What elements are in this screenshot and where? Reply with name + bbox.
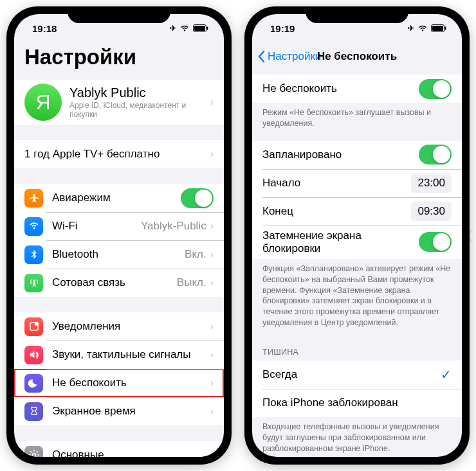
moon-icon	[24, 374, 43, 393]
nav-title: Не беспокоить	[317, 50, 397, 63]
svg-rect-1	[194, 26, 205, 31]
scheduled-label: Запланировано	[262, 148, 419, 161]
account-group: Я Yablyk Public Apple ID, iCloud, медиак…	[14, 80, 224, 125]
avatar: Я	[24, 84, 62, 121]
wifi-icon	[179, 24, 190, 32]
to-row[interactable]: Конец 09:30	[252, 197, 462, 226]
speaker-icon	[24, 346, 43, 364]
to-value[interactable]: 09:30	[411, 202, 452, 221]
svg-rect-12	[432, 26, 443, 31]
silence-footer: Входящие телефонные вызовы и уведомления…	[252, 417, 462, 457]
bluetooth-icon	[24, 245, 43, 264]
settings-content[interactable]: Настройки Я Yablyk Public Apple ID, iClo…	[14, 42, 224, 457]
status-icons: ✈︎	[408, 24, 446, 33]
dnd-toggle[interactable]	[419, 79, 452, 99]
apple-id-row[interactable]: Я Yablyk Public Apple ID, iCloud, медиак…	[14, 80, 224, 125]
appletv-promo-row[interactable]: 1 год Apple TV+ бесплатно ›	[14, 140, 224, 168]
airplane-icon: ✈︎	[408, 24, 414, 33]
chevron-right-icon: ›	[210, 220, 214, 232]
always-row[interactable]: Всегда ✓	[252, 360, 462, 389]
battery-icon	[193, 24, 208, 32]
chevron-right-icon: ›	[210, 277, 214, 289]
general-row[interactable]: Основные ›	[14, 441, 224, 457]
phone-right-frame: ЯБЛЫК 19:19 ✈︎ Настройки Не беспокоить Н…	[244, 6, 470, 465]
chevron-right-icon: ›	[210, 148, 214, 160]
dim-label: Затемнение экрана блокировки	[262, 229, 419, 255]
svg-rect-2	[207, 27, 208, 30]
from-value[interactable]: 23:00	[411, 173, 452, 193]
wifi-row[interactable]: Wi-Fi Yablyk-Public ›	[14, 212, 224, 240]
screentime-row[interactable]: Экранное время ›	[14, 397, 224, 425]
notifications-label: Уведомления	[52, 320, 210, 333]
apple-id-body: Yablyk Public Apple ID, iCloud, медиакон…	[69, 85, 210, 119]
scheduled-row[interactable]: Запланировано	[252, 141, 462, 169]
cellular-row[interactable]: Сотовая связь Выкл. ›	[14, 269, 224, 297]
dnd-toggle-row[interactable]: Не беспокоить	[252, 75, 462, 103]
chevron-right-icon: ›	[210, 321, 214, 332]
hourglass-icon	[24, 402, 43, 421]
svg-point-5	[32, 454, 35, 457]
dim-toggle[interactable]	[419, 232, 452, 252]
silence-group: Всегда ✓ Пока iPhone заблокирован	[252, 360, 462, 417]
airplane-toggle[interactable]	[181, 188, 214, 208]
cellular-label: Сотовая связь	[52, 276, 177, 289]
nav-bar: Настройки Не беспокоить	[252, 42, 462, 71]
to-label: Конец	[262, 205, 411, 218]
dim-lock-row[interactable]: Затемнение экрана блокировки	[252, 226, 462, 259]
dnd-label: Не беспокоить	[52, 377, 210, 389]
antenna-icon	[24, 274, 43, 292]
bluetooth-row[interactable]: Bluetooth Вкл. ›	[14, 240, 224, 269]
chevron-right-icon: ›	[210, 405, 214, 417]
chevron-right-icon: ›	[210, 377, 214, 389]
phone-left-frame: 19:18 ✈︎ Настройки Я Yablyk Public Apple…	[6, 6, 232, 465]
sounds-row[interactable]: Звуки, тактильные сигналы ›	[14, 341, 224, 369]
airplane-label: Авиарежим	[52, 191, 181, 204]
dnd-label: Не беспокоить	[262, 82, 419, 95]
general-group: Основные › Пункт управления › AA Экран и…	[14, 441, 224, 457]
bluetooth-label: Bluetooth	[52, 248, 185, 261]
screentime-label: Экранное время	[52, 405, 210, 418]
status-time: 19:19	[270, 23, 309, 34]
battery-icon	[431, 24, 446, 32]
schedule-group: Запланировано Начало 23:00 Конец 09:30 З…	[252, 141, 462, 259]
dnd-main-group: Не беспокоить	[252, 75, 462, 103]
dnd-footer: Режим «Не беспокоить» заглушает вызовы и…	[252, 103, 462, 132]
from-label: Начало	[262, 177, 411, 190]
airplane-icon	[24, 189, 43, 208]
notch	[68, 6, 170, 23]
promo-group: 1 год Apple TV+ бесплатно ›	[14, 140, 224, 168]
dnd-content[interactable]: Не беспокоить Режим «Не беспокоить» загл…	[252, 71, 462, 457]
chevron-right-icon: ›	[210, 449, 214, 457]
system-group: Уведомления › Звуки, тактильные сигналы …	[14, 312, 224, 425]
checkmark-icon: ✓	[441, 367, 452, 382]
connectivity-group: Авиарежим Wi-Fi Yablyk-Public › Bluetoot…	[14, 184, 224, 297]
screen-left: 19:18 ✈︎ Настройки Я Yablyk Public Apple…	[14, 14, 224, 457]
gear-icon	[24, 446, 43, 458]
sounds-label: Звуки, тактильные сигналы	[52, 348, 210, 361]
cellular-value: Выкл.	[177, 276, 206, 289]
notifications-row[interactable]: Уведомления ›	[14, 312, 224, 341]
from-row[interactable]: Начало 23:00	[252, 169, 462, 197]
while-locked-row[interactable]: Пока iPhone заблокирован	[252, 389, 462, 417]
airplane-row[interactable]: Авиарежим	[14, 184, 224, 212]
bluetooth-value: Вкл.	[185, 248, 206, 261]
silence-header: ТИШИНА	[252, 344, 462, 360]
general-label: Основные	[52, 449, 210, 457]
schedule-footer: Функция «Запланировано» активирует режим…	[252, 259, 462, 331]
airplane-icon: ✈︎	[170, 24, 176, 33]
back-button[interactable]: Настройки	[257, 50, 321, 63]
status-time: 19:18	[32, 23, 71, 34]
chevron-right-icon: ›	[210, 249, 214, 260]
account-name: Yablyk Public	[69, 85, 210, 100]
scheduled-toggle[interactable]	[419, 145, 452, 164]
svg-point-4	[35, 322, 39, 326]
wifi-label: Wi-Fi	[52, 220, 141, 233]
screen-right: 19:19 ✈︎ Настройки Не беспокоить Не бесп…	[252, 14, 462, 457]
wifi-value: Yablyk-Public	[141, 220, 206, 233]
status-icons: ✈︎	[170, 24, 208, 33]
chevron-left-icon	[257, 50, 265, 63]
notifications-icon	[24, 317, 43, 336]
dnd-row[interactable]: Не беспокоить ›	[14, 369, 224, 397]
always-label: Всегда	[262, 368, 441, 381]
locked-label: Пока iPhone заблокирован	[262, 396, 452, 409]
